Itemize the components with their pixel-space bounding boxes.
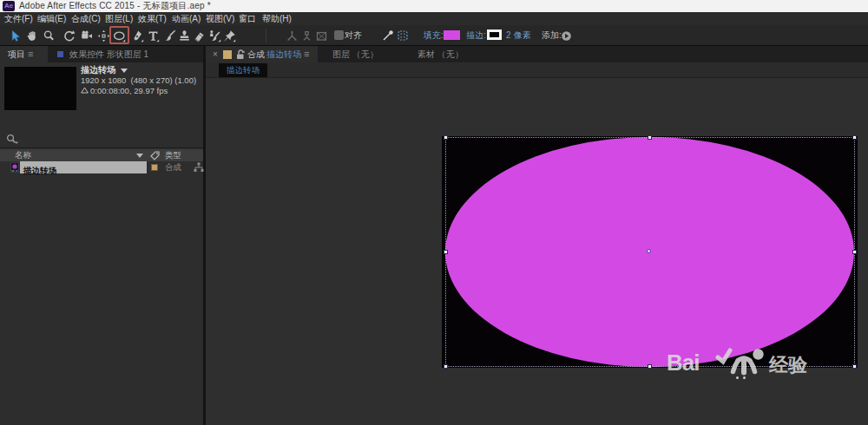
- text-tool[interactable]: [145, 28, 161, 43]
- project-panel: 项目 ≡ 效果控件 形状图层 1 描边转场 1920 x 1080 (480 x…: [0, 46, 203, 425]
- comp-color-swatch: [223, 50, 232, 59]
- window-title: Adobe After Effects CC 2015 - 无标题项目.aep …: [19, 0, 211, 12]
- handle-bottom-center[interactable]: [648, 364, 652, 369]
- pen-tool[interactable]: [129, 28, 146, 43]
- comp-navigator-tab[interactable]: 描边转场: [219, 63, 267, 77]
- handle-mid-right[interactable]: [852, 250, 857, 254]
- flowchart-icon[interactable]: [194, 162, 204, 173]
- handle-bottom-right[interactable]: [852, 364, 857, 369]
- composition-item-icon: [10, 162, 19, 173]
- menu-8[interactable]: 窗口: [239, 12, 256, 25]
- add-menu-icon[interactable]: [558, 28, 575, 43]
- comp-panel-menu-icon[interactable]: ≡: [304, 46, 309, 62]
- project-preview-thumbnail: [4, 67, 76, 110]
- stroke-color-swatch[interactable]: [487, 29, 502, 40]
- tab-composition[interactable]: × 合成 描边转场 ≡: [206, 46, 318, 62]
- project-list-header: 名称 类型: [0, 149, 203, 161]
- composition-viewport[interactable]: Bai 经验: [206, 78, 868, 425]
- composition-viewer-panel: × 合成 描边转场 ≡ 图层 （无） 素材 （无） 描边转场: [206, 46, 868, 425]
- handle-top-center[interactable]: [648, 135, 652, 140]
- column-name[interactable]: 名称: [15, 149, 31, 161]
- baidu-watermark: Bai 经验: [667, 347, 823, 378]
- project-panel-menu-icon[interactable]: ≡: [28, 46, 33, 62]
- hand-tool[interactable]: [24, 28, 41, 43]
- watermark-bai-text: Bai: [667, 350, 699, 376]
- ae-app-icon: Ae: [3, 1, 15, 11]
- after-effects-window: Ae Adobe After Effects CC 2015 - 无标题项目.a…: [0, 0, 868, 425]
- anchor-point[interactable]: [647, 249, 651, 253]
- comp-tab-name: 描边转场: [266, 46, 301, 62]
- tool-creates-mask-icon[interactable]: [394, 28, 411, 43]
- close-tab-icon[interactable]: ×: [213, 46, 218, 62]
- menu-4[interactable]: 图层(L): [105, 12, 133, 25]
- menu-1[interactable]: 文件(F): [4, 12, 33, 25]
- stroke-unit-label: 像素: [514, 25, 531, 46]
- project-preview-dims: 1920 x 1080 (480 x 270) (1.00): [81, 75, 196, 85]
- menu-bar: 文件(F)编辑(E)合成(C)图层(L)效果(T)动画(A)视图(V)窗口帮助(…: [0, 12, 868, 25]
- selection-tool[interactable]: [7, 28, 23, 43]
- project-search-field[interactable]: [0, 130, 203, 148]
- stroke-width-value[interactable]: 2: [506, 25, 511, 46]
- zoom-tool[interactable]: [41, 28, 57, 43]
- item-type: 合成: [165, 161, 181, 173]
- project-preview-name[interactable]: 描边转场: [81, 64, 128, 76]
- project-preview-duration: 0:00:08:00, 29.97 fps: [90, 86, 168, 95]
- search-icon: [6, 134, 18, 145]
- panel-icon: [57, 51, 63, 57]
- menu-5[interactable]: 效果(T): [138, 12, 167, 25]
- handle-top-left[interactable]: [444, 135, 448, 140]
- selection-bounding-box: [445, 137, 855, 367]
- tab-effect-controls[interactable]: 效果控件 形状图层 1: [69, 46, 148, 62]
- tab-footage[interactable]: 素材 （无）: [418, 46, 464, 62]
- view-axis-mode-icon[interactable]: [313, 28, 330, 43]
- eraser-tool[interactable]: [191, 28, 207, 43]
- rotate-tool[interactable]: [61, 28, 77, 43]
- watermark-jingyan-text: 经验: [769, 352, 807, 378]
- duration-delta-icon: [81, 87, 89, 94]
- fill-color-swatch[interactable]: [444, 30, 460, 40]
- toolbar: 对齐填充:描边:2像素添加:: [0, 25, 868, 46]
- project-item-name-cell[interactable]: 描边转场: [20, 161, 147, 173]
- watermark-dot: [743, 376, 746, 379]
- tab-layer[interactable]: 图层 （无）: [332, 46, 378, 62]
- fill-label[interactable]: 填充:: [424, 25, 444, 46]
- project-tabbar: 项目 ≡ 效果控件 形状图层 1: [0, 46, 203, 62]
- puppet-pin-tool[interactable]: [221, 28, 238, 43]
- column-type[interactable]: 类型: [165, 149, 181, 161]
- watermark-dot: [736, 376, 739, 379]
- comp-tab-label: 合成: [247, 46, 265, 62]
- project-item-row[interactable]: 描边转场 合成: [0, 161, 203, 173]
- snapping-checkbox[interactable]: [334, 30, 344, 40]
- item-label-chip[interactable]: [151, 164, 158, 171]
- menu-7[interactable]: 视图(V): [206, 12, 234, 25]
- title-bar: Ae Adobe After Effects CC 2015 - 无标题项目.a…: [0, 0, 868, 12]
- handle-bottom-left[interactable]: [444, 364, 448, 369]
- menu-9[interactable]: 帮助(H): [262, 12, 292, 25]
- handle-mid-left[interactable]: [444, 250, 448, 254]
- menu-3[interactable]: 合成(C): [71, 12, 101, 25]
- handle-top-right[interactable]: [852, 135, 857, 140]
- comp-tabbar: × 合成 描边转场 ≡ 图层 （无） 素材 （无）: [206, 46, 868, 62]
- menu-6[interactable]: 动画(A): [172, 12, 201, 25]
- menu-2[interactable]: 编辑(E): [37, 12, 66, 25]
- camera-tool[interactable]: [79, 28, 95, 43]
- comp-navigator-strip: 描边转场: [206, 62, 868, 78]
- sort-arrow-icon[interactable]: [136, 154, 143, 158]
- dropdown-arrow-icon: [121, 69, 128, 73]
- snapping-label: 对齐: [345, 25, 362, 46]
- tab-project[interactable]: 项目 ≡: [0, 46, 48, 62]
- stroke-label[interactable]: 描边:: [466, 25, 486, 46]
- label-column-icon[interactable]: [150, 151, 160, 160]
- unlock-icon[interactable]: [236, 49, 246, 60]
- baidu-paw-logo: [715, 347, 771, 376]
- tutorial-highlight-box: [109, 26, 129, 44]
